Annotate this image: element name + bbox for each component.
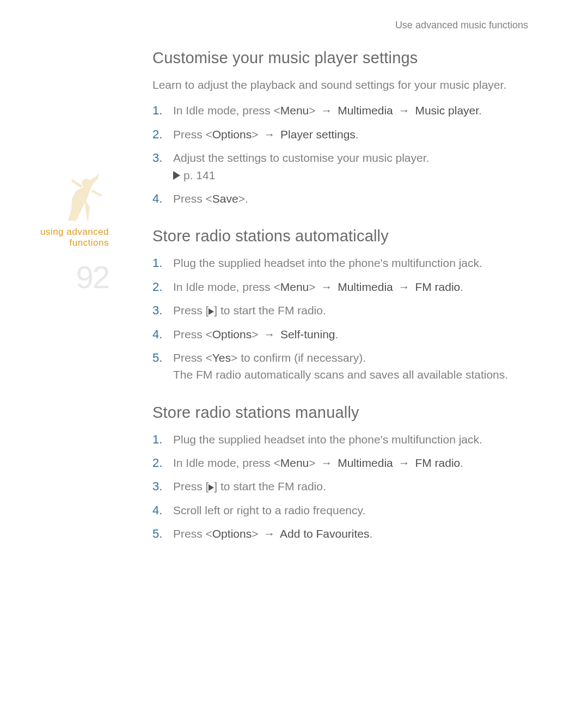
steps-manual-store: Plug the supplied headset into the phone… — [152, 431, 534, 542]
arrow-icon: → — [396, 457, 412, 469]
list-item: Plug the supplied headset into the phone… — [152, 255, 534, 271]
list-item: Plug the supplied headset into the phone… — [152, 431, 534, 447]
main-content: Customise your music player settings Lea… — [152, 49, 534, 542]
list-item: In Idle mode, press <Menu> → Multimedia … — [152, 279, 534, 295]
intro-customise: Learn to adjust the playback and sound s… — [152, 77, 534, 93]
play-icon — [209, 308, 214, 315]
arrow-icon: → — [261, 328, 277, 340]
steps-auto-store: Plug the supplied headset into the phone… — [152, 255, 534, 382]
play-icon — [209, 484, 214, 491]
list-item: Press [] to start the FM radio. — [152, 302, 534, 318]
arrow-icon: → — [261, 527, 277, 540]
arrow-icon: → — [396, 281, 412, 293]
triangle-icon — [173, 171, 180, 180]
list-item: Press <Save>. — [152, 191, 534, 206]
arrow-icon: → — [396, 104, 412, 117]
list-item: In Idle mode, press <Menu> → Multimedia … — [152, 102, 534, 118]
arrow-icon: → — [318, 104, 334, 117]
sidebar: using advanced functions 92 — [38, 163, 109, 295]
list-item: Press [] to start the FM radio. — [152, 478, 534, 494]
step-note: The FM radio automatically scans and sav… — [173, 367, 534, 382]
section-label: using advanced functions — [38, 227, 109, 249]
heading-auto-store: Store radio stations automatically — [152, 227, 534, 245]
climber-icon — [38, 163, 109, 223]
list-item: Adjust the settings to customise your mu… — [152, 150, 534, 183]
manual-page: Use advanced music functions using advan… — [0, 0, 588, 712]
list-item: Press <Options> → Self-tuning. — [152, 326, 534, 342]
heading-manual-store: Store radio stations manually — [152, 404, 534, 422]
page-ref: p. 141 — [173, 167, 534, 183]
steps-customise: In Idle mode, press <Menu> → Multimedia … — [152, 102, 534, 206]
list-item: Scroll left or right to a radio frequenc… — [152, 502, 534, 518]
list-item: In Idle mode, press <Menu> → Multimedia … — [152, 455, 534, 471]
heading-customise: Customise your music player settings — [152, 49, 534, 67]
arrow-icon: → — [261, 128, 277, 141]
section-label-line2: functions — [69, 238, 109, 248]
arrow-icon: → — [318, 457, 334, 469]
section-label-line1: using advanced — [40, 227, 109, 237]
svg-point-0 — [82, 179, 90, 187]
arrow-icon: → — [318, 281, 334, 293]
list-item: Press <Options> → Add to Favourites. — [152, 526, 534, 541]
page-number: 92 — [38, 259, 109, 295]
running-header: Use advanced music functions — [395, 20, 528, 31]
list-item: Press <Yes> to confirm (if necessary). T… — [152, 350, 534, 383]
list-item: Press <Options> → Player settings. — [152, 126, 534, 142]
